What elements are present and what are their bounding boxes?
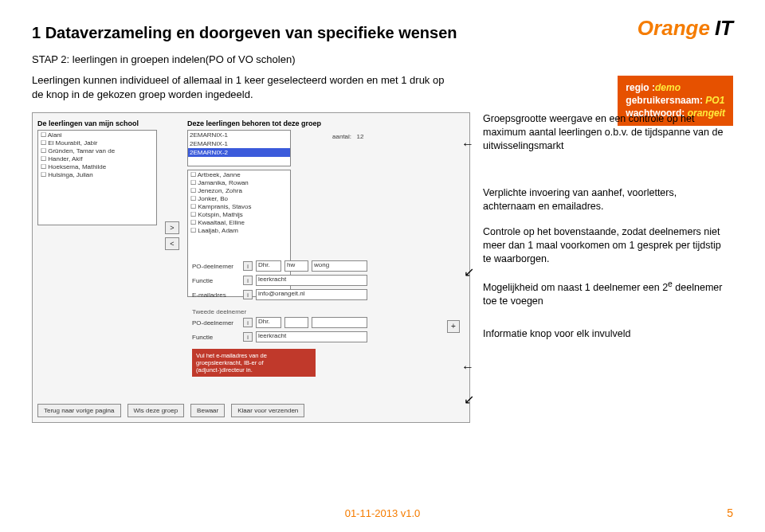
footer-date: 01-11-2013 v1.0 bbox=[0, 507, 765, 519]
clear-group-button[interactable]: Wis deze groep bbox=[128, 404, 185, 417]
info-button[interactable]: i bbox=[243, 318, 253, 327]
list-item[interactable]: 2EMARNIX-1 bbox=[188, 139, 290, 148]
step-subtitle: STAP 2: leerlingen in groepen indelen(PO… bbox=[32, 53, 733, 65]
list-item[interactable]: Hulsinga, Julian bbox=[39, 171, 155, 179]
info-button[interactable]: i bbox=[243, 332, 253, 342]
function-input[interactable]: leerkracht bbox=[256, 275, 367, 286]
list-item[interactable]: Kampranis, Stavos bbox=[189, 203, 289, 211]
annotation-1: Groepsgrootte weergave en een controle o… bbox=[483, 112, 730, 153]
page-number: 5 bbox=[727, 507, 733, 519]
count-label: aantal: bbox=[332, 133, 351, 140]
second-participant-section: Tweede deelnemer bbox=[192, 308, 367, 315]
email-input[interactable]: info@orangeit.nl bbox=[256, 289, 367, 300]
list-item[interactable]: Jenezon, Zohra bbox=[189, 187, 289, 195]
info-button[interactable]: i bbox=[243, 261, 253, 271]
list-item[interactable]: 2EMARNIX-2 bbox=[188, 148, 290, 157]
list-item[interactable]: El Mourabit, Jabir bbox=[39, 139, 155, 147]
logo-it: IT bbox=[715, 16, 733, 40]
ready-send-button[interactable]: Klaar voor verzenden bbox=[231, 404, 304, 417]
list-item[interactable]: Artbeek, Janne bbox=[189, 171, 289, 179]
save-button[interactable]: Bewaar bbox=[190, 404, 225, 417]
po-participant2-label: PO-deelnemer bbox=[192, 319, 240, 327]
list-item[interactable]: Jonker, Bo bbox=[189, 195, 289, 203]
move-left-button[interactable]: < bbox=[165, 237, 179, 250]
salutation2-select[interactable]: Dhr. bbox=[256, 317, 281, 328]
username-label: gebruikersnaam: bbox=[626, 95, 703, 106]
right-list-label: Deze leerlingen behoren tot deze groep bbox=[187, 118, 321, 130]
initials2-input[interactable] bbox=[284, 317, 308, 328]
logo-orange: Orange bbox=[638, 16, 710, 40]
surname-input[interactable]: wong bbox=[312, 260, 367, 272]
annotation-5: Informatie knop voor elk invulveld bbox=[483, 327, 730, 341]
info-button[interactable]: i bbox=[243, 276, 253, 285]
salutation-select[interactable]: Dhr. bbox=[256, 260, 281, 272]
page-title: 1 Dataverzameling en doorgeven van speci… bbox=[32, 24, 733, 42]
count-value: 12 bbox=[357, 133, 364, 140]
app-screenshot: De leerlingen van mijn school Alani El M… bbox=[32, 112, 470, 423]
list-item[interactable]: Gründen, Tamar van de bbox=[39, 147, 155, 155]
po-participant-label: PO-deelnemer bbox=[192, 263, 240, 270]
username-value: PO1 bbox=[705, 95, 724, 106]
info-button[interactable]: i bbox=[243, 290, 253, 299]
list-item[interactable]: Laaljab, Adam bbox=[189, 227, 289, 235]
intro-text: Leerlingen kunnen individueel of allemaa… bbox=[32, 73, 446, 101]
list-item[interactable]: 2EMARNIX-1 bbox=[188, 131, 290, 139]
list-item[interactable]: Hoeksema, Mathilde bbox=[39, 163, 155, 171]
email-label: E-mailadres bbox=[192, 291, 240, 299]
region-label: regio : bbox=[626, 82, 655, 93]
region-value: demo bbox=[655, 82, 681, 93]
participant-form: PO-deelnemer i Dhr. hw wong Functie i le… bbox=[192, 260, 367, 377]
annotations-column: Groepsgrootte weergave en een controle o… bbox=[483, 112, 730, 423]
function-label: Functie bbox=[192, 277, 240, 284]
arrow-icon: ↙ bbox=[464, 392, 474, 407]
list-item[interactable]: Kwaaltaal, Elline bbox=[189, 219, 289, 227]
group-select[interactable]: 2EMARNIX-1 2EMARNIX-1 2EMARNIX-2 bbox=[187, 130, 291, 166]
add-participant-button[interactable]: + bbox=[447, 320, 460, 333]
back-button[interactable]: Terug naar vorige pagina bbox=[37, 404, 121, 417]
annotation-4: Mogelijkheid om naast 1 deelnemer een 2e… bbox=[483, 279, 730, 308]
arrow-icon: ↙ bbox=[464, 264, 474, 280]
arrow-icon: ← bbox=[461, 137, 474, 151]
list-item[interactable]: Hander, Akif bbox=[39, 155, 155, 163]
surname2-input[interactable] bbox=[312, 317, 367, 328]
logo: OrangeIT bbox=[638, 16, 733, 41]
initials-input[interactable]: hw bbox=[284, 260, 308, 272]
list-item[interactable]: Kotspin, Mathijs bbox=[189, 211, 289, 219]
list-item[interactable]: Jamanika, Rowan bbox=[189, 179, 289, 187]
arrow-icon: ← bbox=[461, 360, 474, 374]
annotation-3: Controle op het bovenstaande, zodat deel… bbox=[483, 225, 730, 266]
left-list-label: De leerlingen van mijn school bbox=[37, 118, 157, 130]
red-note: Vul het e-mailadres van de groepsleerkra… bbox=[192, 349, 316, 377]
students-list[interactable]: Alani El Mourabit, Jabir Gründen, Tamar … bbox=[37, 130, 157, 225]
function2-input[interactable]: leerkracht bbox=[256, 331, 367, 342]
move-right-button[interactable]: > bbox=[165, 221, 179, 234]
annotation-2: Verplichte invoering van aanhef, voorlet… bbox=[483, 186, 730, 213]
function2-label: Functie bbox=[192, 334, 240, 341]
list-item[interactable]: Alani bbox=[39, 131, 155, 139]
